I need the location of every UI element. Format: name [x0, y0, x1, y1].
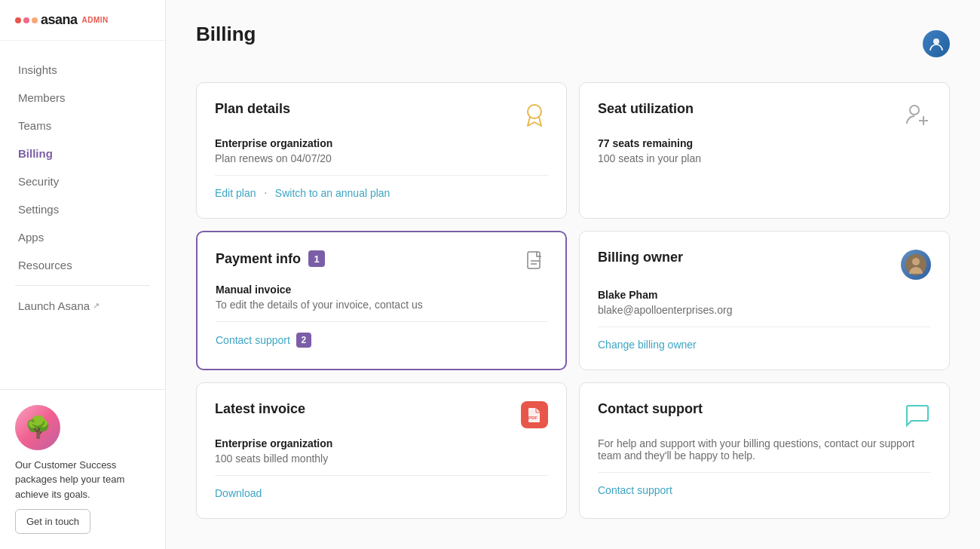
award-icon [521, 101, 548, 128]
admin-badge: ADMIN [82, 16, 109, 24]
logo-area: asana ADMIN [0, 0, 165, 41]
link-separator: · [264, 186, 267, 199]
sidebar-item-billing[interactable]: Billing [0, 140, 165, 167]
chat-icon-container [904, 401, 931, 428]
payment-info-subtitle: Manual invoice [216, 284, 547, 296]
pdf-icon: PDF [521, 401, 548, 428]
contact-support-divider [598, 472, 931, 473]
svg-rect-5 [528, 252, 540, 268]
latest-invoice-header: Latest invoice PDF [215, 401, 548, 428]
asana-logo: asana ADMIN [15, 12, 109, 28]
payment-badge-1: 1 [308, 250, 325, 267]
cs-tree-icon: 🌳 [25, 415, 51, 440]
billing-owner-card: Billing owner Blake Pham blake@apolloent… [579, 231, 950, 370]
nav-divider [15, 285, 150, 286]
dot-red [15, 17, 21, 23]
billing-owner-title: Billing owner [598, 250, 683, 265]
chat-icon [904, 401, 931, 428]
payment-info-header: Payment info 1 [216, 250, 547, 274]
pdf-file-icon: PDF [526, 406, 543, 423]
switch-annual-link[interactable]: Switch to an annual plan [275, 187, 390, 199]
sidebar-item-insights[interactable]: Insights [0, 56, 165, 84]
external-link-icon: ↗ [93, 301, 100, 311]
user-avatar[interactable] [923, 30, 950, 57]
cards-grid: Plan details Enterprise organization Pla… [196, 82, 950, 519]
latest-invoice-card: Latest invoice PDF Enterprise organizati… [196, 382, 567, 519]
svg-point-0 [933, 38, 939, 44]
payment-badge-2: 2 [296, 333, 311, 348]
seat-utilization-title: Seat utilization [598, 101, 694, 117]
main-content: Billing Plan details Enterprise organiza… [166, 0, 980, 549]
billing-owner-name: Blake Pham [598, 289, 931, 301]
seat-utilization-subtitle: 77 seats remaining [598, 137, 931, 149]
payment-icon-container [523, 250, 547, 274]
payment-info-divider [216, 321, 547, 322]
download-invoice-link[interactable]: Download [215, 487, 262, 499]
asana-wordmark: asana [41, 12, 78, 28]
seat-utilization-description: 100 seats in your plan [598, 152, 931, 164]
billing-owner-divider [598, 327, 931, 327]
user-plus-icon [904, 101, 931, 128]
seat-icon-container [904, 101, 931, 128]
edit-plan-link[interactable]: Edit plan [215, 187, 256, 199]
contact-support-description: For help and support with your billing q… [598, 437, 931, 462]
contact-support-card: Contact support For help and support wit… [579, 382, 950, 519]
sidebar-bottom: 🌳 Our Customer Success packages help you… [0, 389, 165, 550]
sidebar-item-security[interactable]: Security [0, 167, 165, 195]
change-billing-owner-link[interactable]: Change billing owner [598, 339, 697, 351]
payment-info-title: Payment info 1 [216, 250, 325, 267]
billing-owner-avatar-icon [905, 254, 926, 275]
sidebar-item-teams[interactable]: Teams [0, 112, 165, 140]
plan-icon-container [521, 101, 548, 128]
dot-orange [32, 17, 38, 23]
plan-details-description: Plan renews on 04/07/20 [215, 152, 548, 164]
latest-invoice-subtitle: Enterprise organization [215, 437, 548, 449]
svg-text:PDF: PDF [528, 416, 537, 420]
plan-details-title: Plan details [215, 101, 290, 117]
billing-owner-email: blake@apolloenterprises.org [598, 304, 931, 316]
pdf-icon-container: PDF [521, 401, 548, 428]
page-title: Billing [196, 23, 256, 46]
contact-support-link-1[interactable]: Contact support [216, 334, 290, 346]
seat-utilization-card: Seat utilization 77 seats remaining 100 … [579, 82, 950, 219]
sidebar-nav: Insights Members Teams Billing Security … [0, 41, 165, 389]
contact-support-link-2[interactable]: Contact support [598, 484, 672, 496]
payment-info-description: To edit the details of your invoice, con… [216, 299, 547, 311]
latest-invoice-title: Latest invoice [215, 401, 305, 417]
user-avatar-icon [928, 35, 945, 52]
svg-point-9 [912, 258, 920, 265]
cs-avatar: 🌳 [15, 405, 60, 450]
billing-owner-header: Billing owner [598, 250, 931, 280]
payment-info-card: Payment info 1 Manual invoice To edit th… [196, 231, 567, 370]
dot-pink [23, 17, 29, 23]
svg-point-1 [528, 105, 541, 118]
plan-details-divider [215, 175, 548, 176]
sidebar-item-apps[interactable]: Apps [0, 223, 165, 251]
sidebar-item-resources[interactable]: Resources [0, 251, 165, 279]
launch-asana-link[interactable]: Launch Asana ↗ [0, 292, 165, 320]
asana-dots [15, 17, 38, 23]
sidebar-item-members[interactable]: Members [0, 84, 165, 112]
plan-details-card: Plan details Enterprise organization Pla… [196, 82, 567, 219]
latest-invoice-divider [215, 475, 548, 476]
contact-support-title: Contact support [598, 401, 703, 417]
customer-success-card: 🌳 Our Customer Success packages help you… [15, 405, 150, 535]
cs-description: Our Customer Success packages help your … [15, 458, 150, 502]
latest-invoice-description: 100 seats billed monthly [215, 452, 548, 465]
contact-support-header: Contact support [598, 401, 931, 428]
svg-point-2 [910, 106, 919, 115]
sidebar: asana ADMIN Insights Members Teams Billi… [0, 0, 166, 549]
sidebar-item-settings[interactable]: Settings [0, 195, 165, 223]
document-icon [523, 250, 547, 274]
billing-owner-avatar [901, 250, 931, 280]
plan-details-subtitle: Enterprise organization [215, 137, 548, 149]
get-in-touch-button[interactable]: Get in touch [15, 509, 90, 534]
seat-utilization-header: Seat utilization [598, 101, 931, 128]
plan-details-header: Plan details [215, 101, 548, 128]
